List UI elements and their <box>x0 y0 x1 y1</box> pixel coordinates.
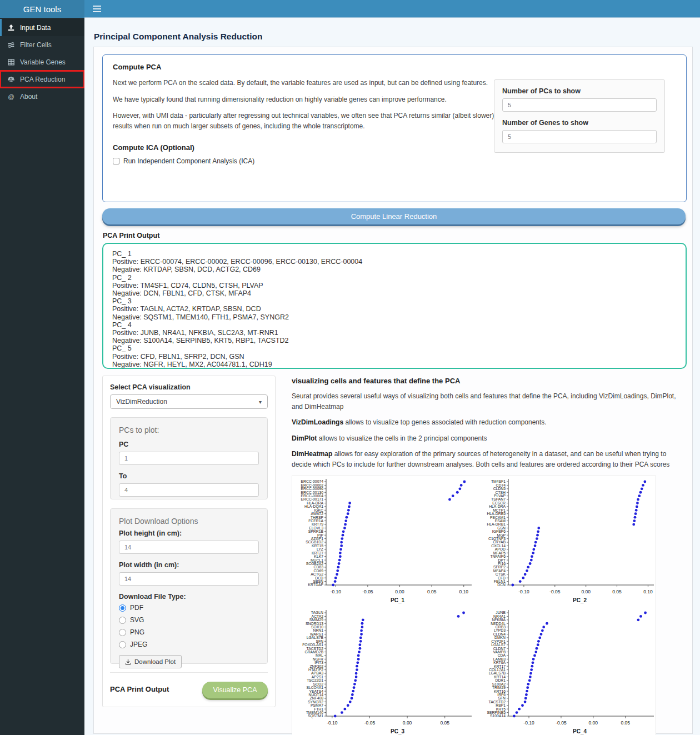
viz-info-text: allows to visualize top genes associated… <box>343 418 547 426</box>
compute-pca-paragraph: Next we perform PCA on the scaled data. … <box>113 78 502 88</box>
sidebar-toggle-icon[interactable] <box>93 8 101 9</box>
filter-icon <box>7 41 15 49</box>
plot-width-label: Plot width (in cm): <box>119 561 259 569</box>
svg-text:0.05: 0.05 <box>612 589 622 594</box>
plot-height-label: Plot height (in cm): <box>119 529 259 537</box>
svg-text:SQSTM1: SQSTM1 <box>308 714 323 718</box>
download-file-type-label: Download File Type: <box>119 593 259 601</box>
svg-text:-0.10: -0.10 <box>518 589 529 594</box>
svg-text:0.05: 0.05 <box>621 720 630 726</box>
num-genes-input[interactable] <box>502 130 657 143</box>
sidebar-item-filter-cells[interactable]: Filter Cells <box>0 36 84 53</box>
svg-text:PC_1: PC_1 <box>391 597 404 603</box>
pca-print-output-footer-label: PCA Print Output <box>110 685 169 693</box>
pca-print-line: PC_ 1 <box>112 250 677 258</box>
radio-icon[interactable] <box>119 617 126 624</box>
compute-pca-paragraph: However, with UMI data - particularly af… <box>113 111 502 131</box>
svg-text:PC_2: PC_2 <box>573 597 587 603</box>
sidebar-item-pca-reduction[interactable]: PCA Reduction <box>0 71 84 88</box>
download-plot-button[interactable]: Download Plot <box>119 655 182 668</box>
viz-info-text: allows to visualize the cells in the 2 p… <box>317 434 487 442</box>
page-container: Compute PCA Next we perform PCA on the s… <box>93 47 693 734</box>
pca-print-line: Positive: TAGLN, ACTA2, KRTDAP, SBSN, DC… <box>112 305 677 313</box>
pca-visualization-select-value: VizDimReduction <box>116 398 167 406</box>
pca-print-line: Negative: S100A14, SERPINB5, KRT5, RBP1,… <box>112 337 677 344</box>
svg-text:-0.10: -0.10 <box>327 720 338 726</box>
svg-text:0.10: 0.10 <box>643 589 653 594</box>
radio-label: PNG <box>130 628 144 636</box>
compute-pca-panel: Compute PCA Next we perform PCA on the s… <box>102 54 687 202</box>
upload-icon <box>7 24 15 32</box>
pca-loadings-plot: ERCC-00074ERCC-00002ERCC-00096ERCC-00130… <box>292 476 656 735</box>
compute-pca-paragraph: We have typically found that running dim… <box>113 94 502 105</box>
viz-info-column: visualizing cells and features that defi… <box>292 376 687 735</box>
subplot-pc_3: TAGLNACTA2SMIM29SNORD13SOX10NRN1WARS1LGA… <box>292 607 474 735</box>
pca-print-line: Positive: CFD, FBLN1, SFRP2, DCN, GSN <box>112 353 677 361</box>
sidebar-item-label: About <box>20 93 37 101</box>
file-type-option-pdf[interactable]: PDF <box>119 604 259 612</box>
pca-visualization-select[interactable]: VizDimReduction ▾ <box>110 394 268 409</box>
svg-text:0.00: 0.00 <box>589 720 598 726</box>
viz-info-term: DimHeatmap <box>292 450 332 458</box>
scales-icon <box>7 76 15 83</box>
file-type-option-jpeg[interactable]: JPEG <box>119 641 259 648</box>
sidebar-item-input-data[interactable]: Input Data <box>0 19 84 36</box>
pca-print-line: PC_ 3 <box>112 297 677 305</box>
svg-text:0.10: 0.10 <box>459 589 469 594</box>
svg-text:DCN: DCN <box>497 583 506 587</box>
compute-pca-heading: Compute PCA <box>113 63 676 71</box>
file-type-option-svg[interactable]: SVG <box>119 616 259 624</box>
table-icon <box>7 58 15 66</box>
pca-print-output-label: PCA Print Output <box>103 232 687 239</box>
sidebar-item-label: Variable Genes <box>20 58 66 66</box>
plot-height-input[interactable] <box>119 541 259 554</box>
sidebar-item-label: Input Data <box>20 24 51 32</box>
radio-icon[interactable] <box>119 641 126 648</box>
viz-info-item: DimHeatmap allows for easy exploration o… <box>292 449 687 469</box>
compute-linear-reduction-button[interactable]: Compute Linear Reduction <box>102 208 686 224</box>
main-content: Principal Component Analysis Reduction C… <box>84 18 700 735</box>
sidebar-item-variable-genes[interactable]: Variable Genes <box>0 53 84 71</box>
pca-print-line: PC_ 5 <box>112 344 677 352</box>
visualize-pca-button[interactable]: Visualize PCA <box>202 682 268 698</box>
svg-text:@: @ <box>8 93 14 99</box>
radio-icon[interactable] <box>119 629 126 636</box>
app-logo: GEN tools <box>0 0 84 18</box>
pc-from-input[interactable] <box>119 452 259 465</box>
file-type-radio-group: PDFSVGPNGJPEG <box>119 604 259 648</box>
download-icon <box>125 659 131 665</box>
svg-text:0.00: 0.00 <box>581 589 591 594</box>
run-ica-label: Run Independent Component Analysis (ICA) <box>123 157 254 165</box>
plot-download-heading: Plot Download Options <box>119 517 259 526</box>
select-pca-viz-label: Select PCA visualization <box>110 383 268 391</box>
num-genes-label: Number of Genes to show <box>502 119 657 127</box>
radio-label: SVG <box>130 616 144 624</box>
viz-info-item: VizDimLoadings allows to visualize top g… <box>292 417 687 428</box>
radio-label: JPEG <box>130 641 147 648</box>
svg-text:-0.05: -0.05 <box>362 589 373 594</box>
pcs-to-plot-heading: PCs to plot: <box>119 426 259 434</box>
pcs-to-plot-box: PCs to plot: PC To <box>110 417 268 499</box>
pca-print-line: Positive: TM4SF1, CD74, CLDN5, CTSH, PLV… <box>112 282 677 289</box>
pca-print-line: Positive: JUNB, NR4A1, NFKBIA, SLC2A3, M… <box>112 329 677 337</box>
pc-to-input[interactable] <box>119 483 259 497</box>
sidebar-item-about[interactable]: @About <box>0 88 84 105</box>
svg-text:0.00: 0.00 <box>403 720 412 726</box>
viz-controls-panel: Select PCA visualization VizDimReduction… <box>102 376 276 707</box>
radio-icon[interactable] <box>119 604 126 612</box>
plot-width-input[interactable] <box>119 572 259 586</box>
num-pcs-label: Number of PCs to show <box>502 87 657 95</box>
viz-info-heading: visualizing cells and features that defi… <box>292 377 687 385</box>
num-pcs-input[interactable] <box>502 98 657 112</box>
pca-settings-box: Number of PCs to show Number of Genes to… <box>494 79 665 153</box>
run-ica-checkbox[interactable] <box>113 158 119 164</box>
page-title: Principal Component Analysis Reduction <box>94 32 693 42</box>
chevron-down-icon: ▾ <box>259 399 262 405</box>
sidebar: Input DataFilter CellsVariable GenesPCA … <box>0 18 84 735</box>
pc-from-label: PC <box>119 441 259 448</box>
pc-to-label: To <box>119 472 259 480</box>
svg-text:-0.05: -0.05 <box>549 589 561 594</box>
viz-info-text: allows for easy exploration of the prima… <box>292 450 669 468</box>
subplot-pc_4: JUNBNR4A1NFKBIANEDD4LCRB3LYPD3CLDN4DMKNC… <box>474 607 657 735</box>
file-type-option-png[interactable]: PNG <box>119 628 259 636</box>
